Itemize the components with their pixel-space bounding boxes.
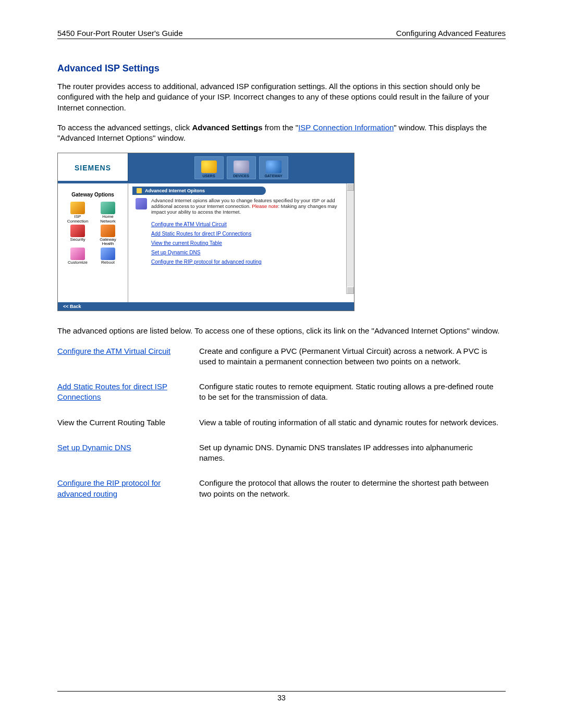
intro-paragraph-1: The router provides access to additional… (57, 81, 506, 113)
ss-link-atm[interactable]: Configure the ATM Virtual Circuit (151, 221, 227, 227)
table-row: Configure the RIP protocol for advanced … (57, 478, 506, 514)
header-left: 5450 Four-Port Router User's Guide (57, 29, 182, 38)
users-icon (201, 161, 217, 173)
sidebar-security[interactable]: Security (66, 225, 89, 246)
gateway-health-icon (101, 225, 115, 237)
panel-links: Configure the ATM Virtual Circuit Add St… (151, 221, 354, 265)
section-title: Advanced ISP Settings (57, 63, 506, 74)
opt-ddns-desc: Set up dynamic DNS. Dynamic DNS translat… (199, 442, 506, 478)
ss-link-routing-table[interactable]: View the current Routing Table (151, 240, 222, 246)
scroll-down-icon[interactable] (347, 287, 354, 294)
page-header: 5450 Four-Port Router User's Guide Confi… (57, 29, 506, 39)
page-number: 33 (277, 694, 286, 702)
panel-header: Advanced Internet Opitons (132, 187, 266, 195)
wrench-icon (136, 198, 147, 209)
opt-rip-link[interactable]: Configure the RIP protocol for advanced … (57, 478, 161, 498)
ss-link-rip[interactable]: Configure the RIP protocol for advanced … (151, 259, 262, 265)
nav-gateway-button[interactable]: GATEWAY (259, 156, 288, 179)
memo-icon (137, 188, 142, 193)
panel-description: Advanced Internet opions allow you to ch… (151, 198, 349, 215)
opt-routing-table-desc: View a table of routing information of a… (199, 417, 506, 442)
table-row: Add Static Routes for direct ISP Connect… (57, 381, 506, 417)
security-icon (70, 225, 85, 237)
opt-atm-link[interactable]: Configure the ATM Virtual Circuit (57, 347, 170, 355)
table-row: View the Current Routing Table View a ta… (57, 417, 506, 442)
header-right: Configuring Advanced Features (396, 29, 506, 38)
options-table: Configure the ATM Virtual Circuit Create… (57, 346, 506, 514)
ss-link-ddns[interactable]: Set up Dynamic DNS (151, 250, 200, 255)
scrollbar[interactable] (346, 183, 354, 294)
table-row: Configure the ATM Virtual Circuit Create… (57, 346, 506, 382)
opt-rip-desc: Configure the protocol that allows the r… (199, 478, 506, 514)
back-button[interactable]: << Back (58, 302, 354, 311)
devices-icon (234, 161, 249, 173)
opt-ddns-link[interactable]: Set up Dynamic DNS (57, 443, 131, 452)
sidebar-gateway-health[interactable]: Gateway Health (96, 225, 119, 246)
sidebar-isp-connection[interactable]: ISP Connection (66, 202, 89, 224)
opt-static-routes-link[interactable]: Add Static Routes for direct ISP Connect… (57, 382, 167, 401)
isp-connection-icon (70, 202, 85, 214)
sidebar: Gateway Options ISP Connection Home Netw… (58, 182, 128, 302)
scroll-up-icon[interactable] (347, 183, 354, 191)
isp-connection-info-link[interactable]: ISP Connection Information (298, 123, 394, 132)
gateway-icon (266, 161, 282, 173)
sidebar-reboot[interactable]: Reboot (96, 248, 119, 265)
opt-atm-desc: Create and configure a PVC (Permanent Vi… (199, 346, 506, 382)
sidebar-title: Gateway Options (71, 192, 114, 198)
intro-paragraph-2: To access the advanced settings, click A… (57, 122, 506, 144)
nav-devices-button[interactable]: DEVICES (227, 156, 256, 179)
opt-routing-table-label: View the Current Routing Table (57, 418, 165, 427)
table-row: Set up Dynamic DNS Set up dynamic DNS. D… (57, 442, 506, 478)
page-footer: 33 (57, 691, 506, 702)
sidebar-home-network[interactable]: Home Network (96, 202, 119, 224)
reboot-icon (101, 248, 115, 260)
embedded-screenshot: SIEMENS USERS DEVICES GATEWAY Gateway Op… (57, 153, 354, 311)
opt-static-routes-desc: Configure static routes to remote equipm… (199, 381, 506, 417)
ss-link-static-routes[interactable]: Add Static Routes for direct IP Connecti… (151, 231, 251, 237)
options-intro: The advanced options are listed below. T… (57, 326, 506, 336)
sidebar-customize[interactable]: Customize (66, 248, 89, 265)
home-network-icon (101, 202, 115, 214)
nav-users-button[interactable]: USERS (194, 156, 224, 179)
customize-icon (70, 248, 85, 260)
siemens-logo: SIEMENS (58, 153, 128, 182)
